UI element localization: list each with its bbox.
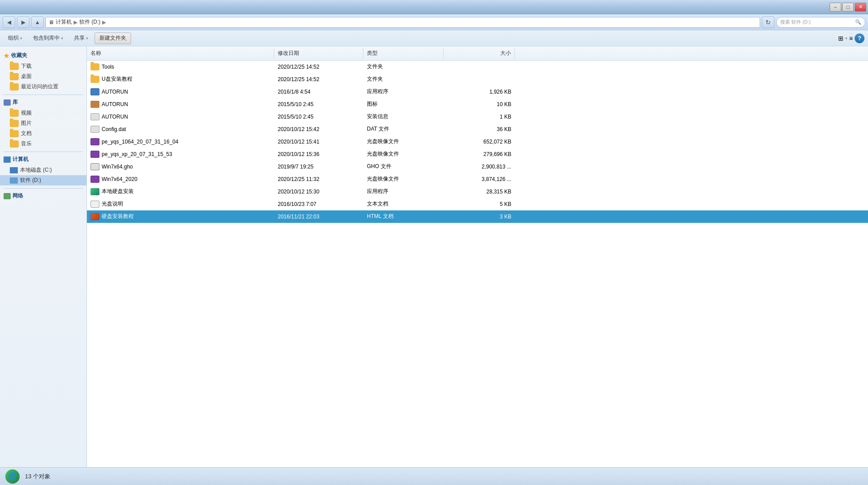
file-date: 2015/5/10 2:45 bbox=[274, 112, 363, 121]
table-row[interactable]: U盘安装教程 2020/12/25 14:52 文件夹 bbox=[87, 73, 868, 86]
include-library-button[interactable]: 包含到库中 ▾ bbox=[29, 33, 68, 44]
organize-chevron: ▾ bbox=[20, 36, 22, 41]
col-header-type[interactable]: 类型 bbox=[363, 48, 444, 58]
details-view-button[interactable]: ≡ bbox=[849, 35, 853, 42]
inf-icon bbox=[91, 113, 99, 120]
organize-button[interactable]: 组织 ▾ bbox=[4, 33, 27, 44]
sidebar-item-label: 文档 bbox=[21, 130, 32, 137]
folder-icon bbox=[10, 73, 19, 80]
table-row[interactable]: pe_yqs_xp_20_07_31_15_53 2020/10/12 15:3… bbox=[87, 148, 868, 160]
sidebar-header-favorites[interactable]: ★ 收藏夹 bbox=[0, 50, 86, 61]
col-header-size[interactable]: 大小 bbox=[444, 48, 515, 58]
sidebar-item-desktop[interactable]: 桌面 bbox=[0, 71, 86, 82]
divider-3 bbox=[4, 188, 83, 189]
status-bar: 🌀 13 个对象 bbox=[0, 467, 868, 485]
status-icon: 🌀 bbox=[5, 469, 20, 484]
new-folder-label: 新建文件夹 bbox=[99, 35, 126, 41]
file-date: 2020/10/12 15:41 bbox=[274, 137, 363, 146]
file-type: DAT 文件 bbox=[363, 124, 444, 134]
refresh-button[interactable]: ↻ bbox=[762, 16, 774, 28]
table-row[interactable]: Config.dat 2020/10/12 15:42 DAT 文件 36 KB bbox=[87, 123, 868, 136]
table-row[interactable]: AUTORUN 2016/1/8 4:54 应用程序 1,926 KB bbox=[87, 86, 868, 98]
file-date: 2020/12/25 14:52 bbox=[274, 62, 363, 71]
column-headers: 名称 修改日期 类型 大小 bbox=[87, 46, 868, 61]
table-row[interactable]: 硬盘安装教程 2016/11/21 22:03 HTML 文档 3 KB bbox=[87, 210, 868, 223]
file-date: 2015/5/10 2:45 bbox=[274, 100, 363, 109]
app-icon bbox=[91, 188, 99, 195]
sidebar-item-drive-d[interactable]: 软件 (D:) bbox=[0, 175, 86, 185]
view-options[interactable]: ⊞ ▾ bbox=[838, 35, 847, 42]
table-row[interactable]: AUTORUN 2015/5/10 2:45 安装信息 1 KB bbox=[87, 111, 868, 123]
file-type: 光盘映像文件 bbox=[363, 136, 444, 147]
sidebar-item-label: 视频 bbox=[21, 109, 32, 117]
sidebar-item-document[interactable]: 文档 bbox=[0, 128, 86, 139]
col-header-modified[interactable]: 修改日期 bbox=[274, 48, 363, 58]
file-type: 光盘映像文件 bbox=[363, 149, 444, 159]
library-label: 库 bbox=[12, 99, 18, 106]
table-row[interactable]: pe_yqs_1064_20_07_31_16_04 2020/10/12 15… bbox=[87, 136, 868, 148]
file-name: U盘安装教程 bbox=[102, 75, 132, 83]
drive-c-icon bbox=[10, 167, 18, 173]
title-bar: − □ ✕ bbox=[0, 0, 868, 14]
table-row[interactable]: Win7x64_2020 2020/12/25 11:32 光盘映像文件 3,8… bbox=[87, 173, 868, 185]
table-row[interactable]: AUTORUN 2015/5/10 2:45 图标 10 KB bbox=[87, 98, 868, 111]
file-name: Win7x64.gho bbox=[102, 164, 133, 170]
include-library-label: 包含到库中 bbox=[33, 34, 60, 42]
sidebar-header-library[interactable]: 库 bbox=[0, 97, 86, 108]
col-header-name[interactable]: 名称 bbox=[87, 48, 274, 58]
file-date: 2020/10/12 15:42 bbox=[274, 125, 363, 134]
file-size: 10 KB bbox=[444, 100, 515, 109]
sidebar-item-label: 桌面 bbox=[21, 73, 32, 80]
file-list: Tools 2020/12/25 14:52 文件夹 U盘安装教程 2020/1… bbox=[87, 61, 868, 223]
address-path[interactable]: 🖥 计算机 ▶ 软件 (D:) ▶ bbox=[45, 17, 760, 28]
table-row[interactable]: 本地硬盘安装 2020/10/12 15:30 应用程序 28,315 KB bbox=[87, 185, 868, 198]
sidebar-item-label: 软件 (D:) bbox=[20, 177, 41, 184]
back-button[interactable]: ◀ bbox=[3, 16, 15, 28]
new-folder-button[interactable]: 新建文件夹 bbox=[95, 33, 131, 44]
minimize-button[interactable]: − bbox=[830, 3, 841, 12]
sidebar-item-recent[interactable]: 最近访问的位置 bbox=[0, 82, 86, 92]
table-row[interactable]: Win7x64.gho 2019/9/7 19:25 GHO 文件 2,900,… bbox=[87, 160, 868, 173]
file-name: Config.dat bbox=[102, 126, 126, 132]
sidebar-header-network[interactable]: 网络 bbox=[0, 190, 86, 201]
sidebar-item-label: 音乐 bbox=[21, 140, 32, 148]
sidebar-item-download[interactable]: 下载 bbox=[0, 61, 86, 71]
help-button[interactable]: ? bbox=[855, 33, 864, 43]
file-size: 3 KB bbox=[444, 212, 515, 221]
view-icon: ⊞ bbox=[838, 35, 843, 42]
iso-icon bbox=[91, 138, 99, 145]
close-button[interactable]: ✕ bbox=[855, 3, 866, 12]
file-name: pe_yqs_xp_20_07_31_15_53 bbox=[102, 151, 172, 157]
file-size: 1 KB bbox=[444, 112, 515, 121]
sidebar-header-computer[interactable]: 计算机 bbox=[0, 154, 86, 165]
file-date: 2016/10/23 7:07 bbox=[274, 200, 363, 209]
sidebar-section-library: 库 视频 图片 文档 音乐 bbox=[0, 97, 86, 149]
iso-icon bbox=[91, 151, 99, 158]
table-row[interactable]: Tools 2020/12/25 14:52 文件夹 bbox=[87, 61, 868, 73]
share-label: 共享 bbox=[74, 34, 85, 42]
up-button[interactable]: ▲ bbox=[31, 16, 44, 28]
sidebar-item-video[interactable]: 视频 bbox=[0, 108, 86, 118]
file-type: 安装信息 bbox=[363, 111, 444, 122]
share-button[interactable]: 共享 ▾ bbox=[70, 33, 93, 44]
organize-label: 组织 bbox=[8, 34, 19, 42]
sidebar-section-favorites: ★ 收藏夹 下载 桌面 最近访问的位置 bbox=[0, 50, 86, 92]
sidebar-item-music[interactable]: 音乐 bbox=[0, 139, 86, 149]
file-name: AUTORUN bbox=[102, 89, 128, 95]
sidebar-item-label: 图片 bbox=[21, 119, 32, 127]
search-box[interactable]: 搜索 软件 (D:) 🔍 bbox=[776, 17, 865, 28]
file-type: 应用程序 bbox=[363, 86, 444, 97]
computer-icon bbox=[4, 156, 11, 163]
maximize-button[interactable]: □ bbox=[842, 3, 854, 12]
forward-button[interactable]: ▶ bbox=[17, 16, 29, 28]
folder-icon bbox=[91, 63, 99, 70]
file-size: 279,696 KB bbox=[444, 150, 515, 159]
file-type: GHO 文件 bbox=[363, 161, 444, 172]
sidebar-item-drive-c[interactable]: 本地磁盘 (C:) bbox=[0, 165, 86, 175]
table-row[interactable]: 光盘说明 2016/10/23 7:07 文本文档 5 KB bbox=[87, 198, 868, 210]
file-type: 文件夹 bbox=[363, 74, 444, 84]
sidebar-item-picture[interactable]: 图片 bbox=[0, 118, 86, 128]
file-date: 2016/11/21 22:03 bbox=[274, 212, 363, 221]
file-type: HTML 文档 bbox=[363, 211, 444, 222]
iso-icon bbox=[91, 176, 99, 183]
